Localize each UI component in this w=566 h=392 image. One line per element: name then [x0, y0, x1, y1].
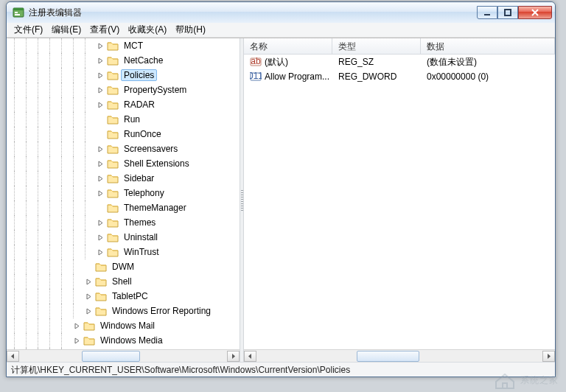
tree-item[interactable]: NetCache [14, 53, 240, 68]
tree-item-label: Run [121, 114, 143, 125]
col-name[interactable]: 名称 [244, 38, 332, 54]
cell-data: 0x00000000 (0) [421, 71, 555, 82]
expand-icon[interactable] [97, 42, 105, 50]
statusbar: 计算机\HKEY_CURRENT_USER\Software\Microsoft… [7, 362, 555, 377]
tree-item[interactable]: Windows NT [14, 348, 240, 349]
tree-item[interactable]: Uninstall [14, 230, 240, 245]
tree-item-label: Telephony [121, 188, 167, 198]
expand-icon[interactable] [97, 86, 105, 94]
scroll-left-button[interactable] [7, 351, 19, 362]
folder-icon [95, 291, 107, 301]
expand-icon[interactable] [97, 219, 105, 227]
tree-item-label: NetCache [121, 55, 166, 66]
folder-icon [83, 321, 95, 331]
tree-item[interactable]: WinTrust [14, 245, 240, 259]
menu-file[interactable]: 文件(F) [10, 22, 47, 38]
scroll-thumb[interactable] [357, 351, 419, 362]
tree-item[interactable]: Run [14, 112, 240, 127]
expand-icon[interactable] [97, 57, 105, 65]
titlebar[interactable]: 注册表编辑器 [7, 2, 555, 23]
tree-item-label: DWM [109, 262, 137, 272]
expand-icon[interactable] [85, 278, 93, 286]
tree-item[interactable]: TabletPC [14, 289, 240, 304]
menu-help[interactable]: 帮助(H) [171, 22, 210, 38]
menu-view[interactable]: 查看(V) [85, 22, 124, 38]
tree-item-label: Windows Media [97, 335, 166, 346]
tree-item[interactable]: Sidebar [14, 171, 240, 186]
scroll-right-button[interactable] [542, 351, 555, 362]
tree-item[interactable]: Shell [14, 274, 240, 289]
scroll-track[interactable] [19, 351, 227, 362]
expand-icon[interactable] [97, 145, 105, 153]
tree-hscrollbar[interactable] [7, 349, 240, 362]
expand-icon[interactable] [73, 322, 81, 330]
svg-rect-1 [13, 8, 24, 10]
tree-item[interactable]: Policies [14, 68, 240, 83]
folder-icon [107, 188, 119, 198]
tree-item[interactable]: Windows Media [14, 333, 240, 348]
tree-item[interactable]: RADAR [14, 97, 240, 112]
tree-item-label: Shell [109, 276, 135, 287]
scroll-track[interactable] [256, 351, 542, 362]
col-type[interactable]: 类型 [332, 38, 421, 54]
expand-icon[interactable] [85, 307, 93, 315]
menu-edit[interactable]: 编辑(E) [47, 22, 85, 38]
folder-icon [95, 262, 107, 272]
list-row[interactable]: 011Allow Program...REG_DWORD0x00000000 (… [244, 69, 555, 84]
menubar: 文件(F) 编辑(E) 查看(V) 收藏夹(A) 帮助(H) [7, 23, 555, 38]
folder-icon [107, 203, 119, 213]
tree-item-label: Themes [121, 217, 158, 228]
scroll-right-button[interactable] [227, 351, 240, 362]
tree-item[interactable]: Themes [14, 215, 240, 230]
expand-icon[interactable] [97, 189, 105, 197]
col-data[interactable]: 数据 [421, 38, 555, 54]
list-view[interactable]: ab(默认)REG_SZ(数值未设置)011Allow Program...RE… [244, 55, 555, 349]
expand-icon[interactable] [97, 71, 105, 80]
folder-icon [107, 144, 119, 154]
folder-icon [107, 247, 119, 257]
tree-item-label: Windows Error Reporting [109, 306, 214, 316]
list-row[interactable]: ab(默认)REG_SZ(数值未设置) [244, 55, 555, 69]
tree-item[interactable]: PropertySystem [14, 83, 240, 97]
folder-icon [107, 41, 119, 51]
no-expand-icon [97, 130, 105, 139]
expand-icon[interactable] [97, 160, 105, 168]
tree-item[interactable]: RunOnce [14, 127, 240, 141]
scroll-left-button[interactable] [244, 351, 256, 362]
expand-icon[interactable] [97, 175, 105, 183]
tree-item[interactable]: Telephony [14, 186, 240, 200]
cell-type: REG_SZ [332, 57, 421, 67]
expand-icon[interactable] [97, 234, 105, 242]
tree-item-label: MCT [121, 41, 146, 51]
expand-icon[interactable] [97, 248, 105, 256]
maximize-button[interactable] [497, 6, 518, 19]
folder-icon [95, 306, 107, 316]
list-header: 名称 类型 数据 [244, 38, 555, 55]
minimize-button[interactable] [477, 6, 497, 19]
expand-icon[interactable] [73, 337, 81, 345]
list-hscrollbar[interactable] [244, 349, 555, 362]
tree-item[interactable]: ThemeManager [14, 200, 240, 215]
tree-item-label: Uninstall [121, 232, 161, 242]
tree-item[interactable]: Windows Error Reporting [14, 304, 240, 318]
folder-icon [107, 217, 119, 228]
folder-icon [107, 114, 119, 125]
tree-item-label: Windows Mail [97, 321, 158, 331]
tree-view[interactable]: MCTNetCachePoliciesPropertySystemRADARRu… [7, 38, 240, 349]
splitter-grip-icon [241, 190, 243, 211]
scroll-thumb[interactable] [82, 351, 140, 362]
tree-item[interactable]: MCT [14, 38, 240, 53]
regedit-icon [13, 7, 24, 18]
expand-icon[interactable] [85, 293, 93, 301]
tree-item[interactable]: DWM [14, 259, 240, 274]
svg-rect-5 [505, 10, 511, 15]
tree-item[interactable]: Screensavers [14, 141, 240, 156]
window-title: 注册表编辑器 [29, 7, 477, 19]
tree-item[interactable]: Windows Mail [14, 318, 240, 333]
expand-icon[interactable] [97, 101, 105, 109]
tree-item[interactable]: Shell Extensions [14, 156, 240, 171]
folder-icon [83, 335, 95, 346]
menu-favorites[interactable]: 收藏夹(A) [124, 22, 171, 38]
close-button[interactable] [518, 6, 552, 19]
tree-item-label: Shell Extensions [121, 158, 192, 169]
